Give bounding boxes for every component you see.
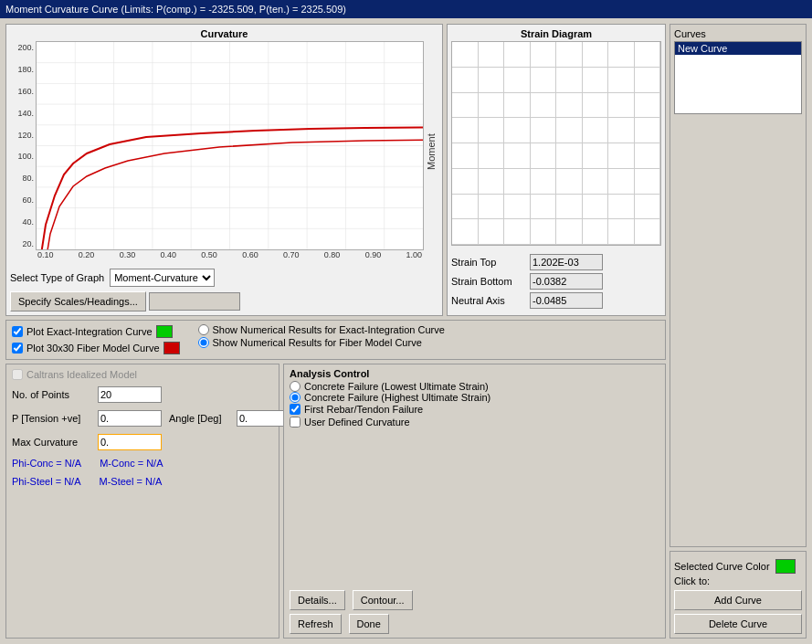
concrete-highest-radio[interactable]: [290, 392, 301, 403]
p-tension-input[interactable]: [98, 410, 162, 427]
checkbox-fiber-model: Plot 30x30 Fiber Model Curve: [12, 342, 180, 354]
first-rebar-checkbox[interactable]: [290, 404, 301, 415]
no-points-input[interactable]: [98, 386, 162, 403]
action-buttons-bottom: Refresh Done: [290, 614, 659, 634]
x-axis-numbers: 0.10 0.20 0.30 0.40 0.50 0.60 0.70 0.80 …: [36, 250, 424, 263]
m-steel-label: M-Steel = N/A: [100, 476, 163, 487]
left-panel: Curvature 200. 180. 160. 140. 120. 100. …: [5, 24, 666, 639]
first-rebar-row: First Rebar/Tendon Failure: [290, 404, 659, 415]
analysis-left: Caltrans Idealized Model No. of Points P…: [5, 364, 279, 639]
right-panel: Curves New Curve Selected Curve Color Cl…: [670, 24, 807, 639]
details-button[interactable]: Details...: [290, 590, 345, 610]
concrete-lowest-radio[interactable]: [290, 381, 301, 392]
m-conc-label: M-Conc = N/A: [100, 458, 163, 469]
exact-integration-checkbox[interactable]: [12, 326, 23, 337]
no-points-label: No. of Points: [12, 389, 94, 400]
curvature-panel: Curvature 200. 180. 160. 140. 120. 100. …: [5, 24, 443, 316]
scales-input[interactable]: [149, 292, 240, 311]
plot-controls-panel: Plot Exact-Integration Curve Plot 30x30 …: [5, 320, 666, 360]
neutral-axis-row: Neutral Axis: [451, 292, 661, 309]
analysis-right: Analysis Control Concrete Failure (Lowes…: [283, 364, 666, 639]
analysis-title: Analysis Control: [290, 368, 659, 379]
y-axis-numbers: 200. 180. 160. 140. 120. 100. 80. 60. 40…: [10, 41, 36, 263]
max-curvature-input[interactable]: [98, 434, 162, 450]
curvature-title: Curvature: [10, 28, 438, 39]
y-axis-label: Moment: [424, 41, 438, 263]
user-defined-checkbox[interactable]: [290, 417, 301, 428]
caltrans-label: Caltrans Idealized Model: [26, 369, 137, 380]
radio-concrete-lowest: Concrete Failure (Lowest Ultimate Strain…: [290, 381, 659, 392]
graph-type-select[interactable]: Moment-Curvature Moment-Deflection P-M I…: [110, 269, 215, 287]
title-text: Moment Curvature Curve (Limits: P(comp.)…: [5, 4, 346, 15]
radio-show-exact: Show Numerical Results for Exact-Integra…: [198, 324, 445, 335]
selected-color-box: [775, 559, 796, 574]
exact-integration-color: [156, 325, 173, 338]
contour-button[interactable]: Contour...: [353, 590, 413, 610]
specify-scales-button[interactable]: Specify Scales/Headings...: [10, 291, 146, 311]
concrete-lowest-label: Concrete Failure (Lowest Ultimate Strain…: [304, 381, 489, 392]
action-buttons-top: Details... Contour...: [290, 590, 659, 610]
strain-top-row: Strain Top: [451, 254, 661, 270]
na-row: Phi-Conc = N/A M-Conc = N/A: [12, 458, 273, 469]
fiber-model-color: [163, 342, 180, 354]
no-points-row: No. of Points: [12, 386, 273, 403]
phi-conc-label: Phi-Conc = N/A: [12, 458, 81, 469]
fiber-model-checkbox[interactable]: [12, 343, 23, 354]
select-type-label: Select Type of Graph: [10, 272, 104, 283]
fiber-model-label: Plot 30x30 Fiber Model Curve: [26, 343, 160, 354]
strain-bottom-label: Strain Bottom: [451, 276, 524, 287]
strain-bottom-row: Strain Bottom: [451, 273, 661, 290]
radio-show-fiber: Show Numerical Results for Fiber Model C…: [198, 337, 445, 348]
specify-row: Specify Scales/Headings...: [10, 291, 438, 311]
curve-label-0: New Curve: [678, 43, 727, 54]
strain-diagram-grid: [451, 41, 661, 246]
main-content: Curvature 200. 180. 160. 140. 120. 100. …: [0, 18, 812, 644]
neutral-axis-label: Neutral Axis: [451, 295, 524, 306]
top-row: Curvature 200. 180. 160. 140. 120. 100. …: [5, 24, 666, 316]
user-defined-row: User Defined Curvature: [290, 417, 659, 428]
na-row-2: Phi-Steel = N/A M-Steel = N/A: [12, 476, 273, 487]
p-tension-row: P [Tension +ve] Angle [Deg]: [12, 410, 273, 427]
left-checkboxes: Plot Exact-Integration Curve Plot 30x30 …: [12, 324, 180, 355]
exact-integration-label: Plot Exact-Integration Curve: [26, 326, 153, 337]
graph-controls: Select Type of Graph Moment-Curvature Mo…: [10, 267, 438, 289]
curves-title: Curves: [674, 28, 802, 39]
show-fiber-radio[interactable]: [198, 337, 209, 348]
title-bar: Moment Curvature Curve (Limits: P(comp.)…: [0, 0, 812, 18]
caltrans-row: Caltrans Idealized Model: [12, 369, 273, 380]
strain-title: Strain Diagram: [451, 28, 661, 39]
strain-fields: Strain Top Strain Bottom Neutral Axis: [451, 251, 661, 311]
click-to-label: Click to:: [674, 575, 802, 586]
curves-listbox[interactable]: New Curve: [674, 41, 802, 114]
max-curvature-label: Max Curvature: [12, 437, 94, 448]
show-exact-label: Show Numerical Results for Exact-Integra…: [213, 324, 445, 335]
curve-item-0[interactable]: New Curve: [675, 42, 801, 55]
chart-area: [36, 41, 424, 250]
first-rebar-label: First Rebar/Tendon Failure: [304, 404, 423, 415]
strain-top-label: Strain Top: [451, 257, 524, 268]
caltrans-checkbox: [12, 369, 23, 380]
refresh-button[interactable]: Refresh: [290, 614, 342, 634]
done-button[interactable]: Done: [349, 614, 389, 634]
selected-color-panel: Selected Curve Color Click to: Add Curve…: [670, 551, 807, 639]
strain-bottom-input: [530, 273, 603, 290]
chart-content: 0.10 0.20 0.30 0.40 0.50 0.60 0.70 0.80 …: [36, 41, 424, 263]
user-defined-label: User Defined Curvature: [304, 417, 410, 428]
curves-panel: Curves New Curve: [670, 24, 807, 547]
p-tension-label: P [Tension +ve]: [12, 413, 94, 424]
max-curvature-row: Max Curvature: [12, 434, 273, 450]
concrete-highest-label: Concrete Failure (Highest Ultimate Strai…: [304, 392, 490, 403]
chart-with-axis: 200. 180. 160. 140. 120. 100. 80. 60. 40…: [10, 41, 438, 263]
show-exact-radio[interactable]: [198, 324, 209, 335]
angle-deg-label: Angle [Deg]: [169, 413, 233, 424]
strain-panel: Strain Diagram Strain Top: [447, 24, 666, 316]
selected-color-row: Selected Curve Color: [674, 559, 802, 574]
phi-steel-label: Phi-Steel = N/A: [12, 476, 81, 487]
add-curve-button[interactable]: Add Curve: [674, 590, 802, 610]
selected-color-label: Selected Curve Color: [674, 561, 770, 572]
bottom-row: Caltrans Idealized Model No. of Points P…: [5, 364, 666, 639]
checkbox-exact-integration: Plot Exact-Integration Curve: [12, 325, 180, 338]
neutral-axis-input: [530, 292, 603, 309]
curve-buttons: Add Curve Delete Curve: [674, 590, 802, 634]
delete-curve-button[interactable]: Delete Curve: [674, 614, 802, 634]
